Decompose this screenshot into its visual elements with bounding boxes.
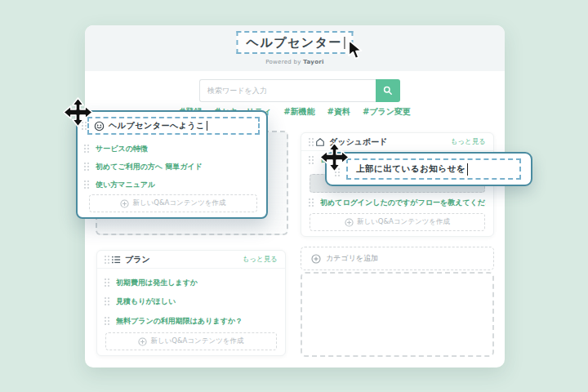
add-qa-content-button[interactable]: 新しいQ&Aコンテンツを作成: [105, 332, 277, 350]
home-icon: [315, 137, 325, 147]
drag-handle-icon[interactable]: [309, 138, 310, 140]
qa-item-label: 初めてログインしたのですがフローを教えてください: [320, 198, 486, 208]
category-header: ダッシュボード もっと見る: [301, 133, 493, 151]
add-category-button[interactable]: カテゴリを追加: [301, 247, 494, 270]
plus-circle-icon: [345, 218, 354, 227]
qa-item-label: サービスの特徴: [96, 144, 148, 154]
search-icon: [383, 86, 393, 96]
drag-handle-icon[interactable]: [309, 198, 310, 200]
qa-item-label: 使い方マニュアル: [96, 180, 155, 190]
see-more-link[interactable]: もっと見る: [451, 137, 486, 147]
dragged-category-card-welcome[interactable]: ヘルプセンターへようこ サービスの特徴 初めてご利用の方へ 簡単ガイド 使い方マ…: [76, 110, 268, 219]
qa-item[interactable]: 無料プランの利用期限はありますか？: [97, 315, 285, 327]
add-qa-content-label: 新しいQ&Aコンテンツを作成: [357, 217, 450, 227]
empty-category-slot: [301, 272, 494, 357]
drag-handle-icon[interactable]: [335, 168, 336, 170]
qa-item-label: 初期費用は発生しますか: [116, 278, 198, 288]
qa-item[interactable]: 使い方マニュアル: [84, 179, 260, 190]
dragged-qa-item[interactable]: 上部に出ているお知らせを: [325, 152, 532, 186]
qa-item-label: 初めてご利用の方へ 簡単ガイド: [96, 162, 203, 172]
drag-handle-icon[interactable]: [84, 180, 86, 182]
add-qa-content-button[interactable]: 新しいQ&Aコンテンツを作成: [89, 194, 257, 212]
drag-handle-icon[interactable]: [309, 156, 310, 158]
add-qa-content-button[interactable]: 新しいQ&Aコンテンツを作成: [310, 213, 485, 231]
qa-item[interactable]: 初めてログインしたのですがフローを教えてください: [301, 197, 493, 208]
tag-link[interactable]: #資料: [327, 106, 350, 118]
site-title: ヘルプセンター: [246, 35, 342, 51]
qa-item[interactable]: サービスの特徴: [84, 143, 260, 154]
text-caret: [344, 37, 345, 49]
category-title-editor[interactable]: ヘルプセンターへようこ: [87, 117, 260, 135]
add-category-label: カテゴリを追加: [326, 253, 378, 264]
category-title: プラン: [125, 254, 150, 265]
category-title: ダッシュボード: [329, 136, 387, 148]
drag-handle-icon[interactable]: [105, 278, 106, 280]
qa-item[interactable]: 初めてご利用の方へ 簡単ガイド: [84, 161, 260, 172]
qa-item-editor[interactable]: 上部に出ているお知らせを: [346, 158, 521, 180]
add-qa-content-label: 新しいQ&Aコンテンツを作成: [132, 198, 225, 208]
drag-handle-icon[interactable]: [84, 163, 86, 164]
plus-circle-icon: [120, 199, 129, 208]
header-band: ヘルプセンター Powered by Tayori: [85, 25, 505, 71]
drag-handle-icon[interactable]: [105, 256, 106, 257]
qa-item[interactable]: 見積もりがほしい: [97, 296, 285, 307]
drag-handle-icon[interactable]: [105, 317, 106, 318]
qa-item-label: 上部に出ているお知らせを: [356, 163, 466, 175]
drag-handle-icon[interactable]: [82, 122, 83, 123]
text-caret: [467, 163, 469, 176]
category-header: プラン もっと見る: [97, 251, 285, 269]
search-bar: 検索ワードを入力: [199, 79, 400, 102]
plus-circle-icon: [311, 254, 321, 264]
plus-circle-icon: [138, 337, 147, 346]
search-input[interactable]: 検索ワードを入力: [199, 79, 376, 102]
brand-name: Tayori: [303, 59, 323, 65]
qa-item[interactable]: 初期費用は発生しますか: [97, 277, 285, 288]
list-icon: [111, 255, 121, 265]
qa-item-label: 見積もりがほしい: [116, 296, 176, 307]
qa-item-label: 無料プランの利用期限はありますか？: [116, 316, 243, 327]
site-title-editor[interactable]: ヘルプセンター: [236, 31, 353, 54]
see-more-link[interactable]: もっと見る: [243, 255, 278, 265]
search-button[interactable]: [376, 79, 400, 102]
smiley-icon: [94, 121, 105, 131]
tag-link[interactable]: #プラン変更: [363, 106, 411, 118]
category-title: ヘルプセンターへようこ: [109, 120, 205, 131]
drag-handle-icon[interactable]: [84, 145, 86, 146]
text-caret: [207, 121, 208, 131]
tag-link[interactable]: #新機能: [283, 106, 314, 118]
editor-stage: ヘルプセンター Powered by Tayori 検索ワードを入力 #登録 #…: [0, 0, 588, 392]
category-card-plan[interactable]: プラン もっと見る 初期費用は発生しますか 見積もりがほしい 無料プランの利用期…: [96, 250, 286, 356]
powered-by: Powered by Tayori: [85, 59, 505, 65]
drag-handle-icon[interactable]: [105, 297, 106, 299]
add-qa-content-label: 新しいQ&Aコンテンツを作成: [150, 336, 243, 346]
